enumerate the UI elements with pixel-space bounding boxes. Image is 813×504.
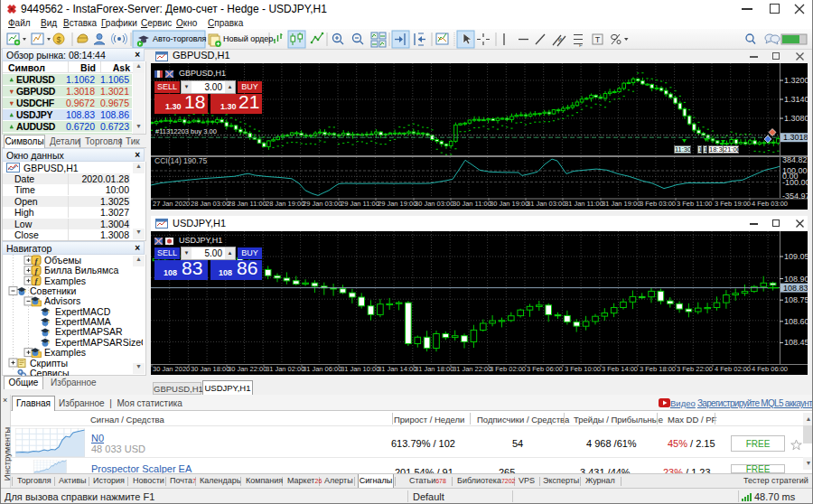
svg-text:3 Feb 10:00: 3 Feb 10:00 <box>565 365 601 373</box>
svg-text:ExpertMACD: ExpertMACD <box>55 306 111 317</box>
svg-text:Advisors: Advisors <box>44 295 80 306</box>
svg-text:29 Jan 03:00: 29 Jan 03:00 <box>303 200 341 208</box>
svg-text:ExpertMAPSARSizeOptim: ExpertMAPSARSizeOptim <box>55 337 143 348</box>
svg-text:31 Jan 11:00: 31 Jan 11:00 <box>565 200 603 208</box>
svg-text:Скрипты: Скрипты <box>30 358 68 369</box>
svg-text:3 Feb 02:00: 3 Feb 02:00 <box>490 365 526 373</box>
svg-text:384.82: 384.82 <box>782 155 808 164</box>
svg-text:3 Feb 18:00: 3 Feb 18:00 <box>640 365 676 373</box>
svg-text:31 Jan 06:00: 31 Jan 06:00 <box>303 365 341 373</box>
svg-text:31 Jan 14:00: 31 Jan 14:00 <box>378 365 416 373</box>
svg-text:108.90: 108.90 <box>784 275 809 284</box>
svg-text:3 Feb 14:00: 3 Feb 14:00 <box>602 365 638 373</box>
svg-text:31 Jan 03:00: 31 Jan 03:00 <box>527 200 565 208</box>
svg-text:ExpertMAPSAR: ExpertMAPSAR <box>55 326 123 337</box>
svg-text:$: $ <box>56 35 61 44</box>
svg-text:31 Jan 02:00: 31 Jan 02:00 <box>266 365 304 373</box>
svg-text:29 Jan 19:00: 29 Jan 19:00 <box>378 200 416 208</box>
svg-text:29 Jan 11:00: 29 Jan 11:00 <box>341 200 379 208</box>
svg-text:28 Jan 11:00: 28 Jan 11:00 <box>228 200 266 208</box>
svg-text:108.75: 108.75 <box>784 295 809 304</box>
svg-text:T: T <box>595 35 601 44</box>
svg-text:F: F <box>579 42 583 48</box>
svg-text:4 Feb 02:00: 4 Feb 02:00 <box>715 365 751 373</box>
svg-text:31 Jan 18:00: 31 Jan 18:00 <box>415 365 453 373</box>
svg-text:Examples: Examples <box>44 347 86 358</box>
svg-text:31 Jan 22:00: 31 Jan 22:00 <box>453 365 491 373</box>
svg-text:1.3140: 1.3140 <box>784 95 809 104</box>
svg-text:108.83: 108.83 <box>783 284 808 293</box>
svg-text:-100.00: -100.00 <box>782 178 810 187</box>
svg-text:CCI(14) 190.75: CCI(14) 190.75 <box>154 156 207 165</box>
svg-text:3 Feb 03:00: 3 Feb 03:00 <box>640 200 676 208</box>
svg-text:Сервисы: Сервисы <box>30 368 70 376</box>
svg-text:3 Feb 22:00: 3 Feb 22:00 <box>677 365 713 373</box>
svg-text:1.3018: 1.3018 <box>783 133 808 142</box>
svg-text:28 Jan 19:00: 28 Jan 19:00 <box>266 200 304 208</box>
svg-text:-354.97: -354.97 <box>782 191 810 201</box>
svg-text:Билла Вильямса: Билла Вильямса <box>44 265 118 275</box>
svg-text:3 Feb 06:00: 3 Feb 06:00 <box>527 365 563 373</box>
svg-text:28 Jan 03:00: 28 Jan 03:00 <box>191 200 229 208</box>
svg-text:#11312203 buy 3.00: #11312203 buy 3.00 <box>155 127 217 135</box>
svg-text:30 Jan 2020: 30 Jan 2020 <box>153 365 190 373</box>
svg-text:31 Jan 19:00: 31 Jan 19:00 <box>602 200 640 208</box>
svg-text:1.3080: 1.3080 <box>784 114 809 123</box>
svg-text:3 Feb 11:00: 3 Feb 11:00 <box>677 200 712 208</box>
svg-text:1.3200: 1.3200 <box>784 76 809 85</box>
svg-text:Examples: Examples <box>44 275 86 286</box>
svg-text:4 Feb 03:00: 4 Feb 03:00 <box>752 200 788 208</box>
svg-text:30 Jan 18:00: 30 Jan 18:00 <box>191 365 229 373</box>
svg-text:4 Feb 06:00: 4 Feb 06:00 <box>752 365 788 373</box>
svg-text:Объемы: Объемы <box>44 255 81 266</box>
svg-text:27 Jan 2020: 27 Jan 2020 <box>153 200 190 208</box>
svg-text:109.05: 109.05 <box>784 252 809 261</box>
svg-text:и: и <box>558 36 562 42</box>
svg-text:ExpertMAMA: ExpertMAMA <box>55 316 111 327</box>
svg-text:Советники: Советники <box>30 285 76 296</box>
svg-text:30 Jan 22:00: 30 Jan 22:00 <box>228 365 266 373</box>
svg-text:108.60: 108.60 <box>784 317 809 326</box>
svg-text:30 Jan 19:00: 30 Jan 19:00 <box>490 200 528 208</box>
svg-text:30 Jan 03:00: 30 Jan 03:00 <box>415 200 453 208</box>
svg-text:108.45: 108.45 <box>784 338 809 347</box>
svg-text:3 Feb 19:00: 3 Feb 19:00 <box>715 200 751 208</box>
svg-text:31 Jan 10:00: 31 Jan 10:00 <box>341 365 379 373</box>
svg-text:30 Jan 11:00: 30 Jan 11:00 <box>453 200 491 208</box>
